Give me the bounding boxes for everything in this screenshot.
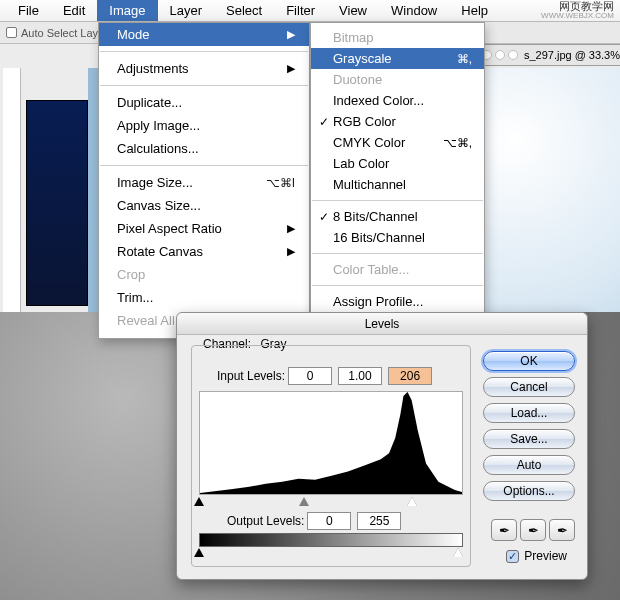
auto-select-layer-label: Auto Select Layer xyxy=(21,27,108,39)
auto-select-layer-checkbox[interactable] xyxy=(6,27,17,38)
menu-canvas-size[interactable]: Canvas Size... xyxy=(99,194,309,217)
options-button[interactable]: Options... xyxy=(483,481,575,501)
cancel-button[interactable]: Cancel xyxy=(483,377,575,397)
output-low-field[interactable]: 0 xyxy=(307,512,351,530)
dialog-buttons: OK Cancel Load... Save... Auto Options..… xyxy=(483,351,575,501)
menu-duplicate[interactable]: Duplicate... xyxy=(99,91,309,114)
input-levels-row: Input Levels: 0 1.00 206 xyxy=(217,367,435,385)
auto-button[interactable]: Auto xyxy=(483,455,575,475)
mode-color-table: Color Table... xyxy=(311,259,484,280)
preview-label: Preview xyxy=(524,549,567,563)
dialog-title: Levels xyxy=(177,313,587,335)
eyedropper-black-icon[interactable]: ✒ xyxy=(491,519,517,541)
input-black-handle[interactable] xyxy=(194,497,204,506)
mode-multichannel[interactable]: Multichannel xyxy=(311,174,484,195)
output-black-handle[interactable] xyxy=(194,548,204,557)
chevron-right-icon: ▶ xyxy=(287,222,295,235)
menu-help[interactable]: Help xyxy=(449,0,500,21)
mode-cmyk[interactable]: CMYK Color⌥⌘, xyxy=(311,132,484,153)
input-slider[interactable] xyxy=(199,497,463,509)
output-high-field[interactable]: 255 xyxy=(357,512,401,530)
mode-assign-profile[interactable]: Assign Profile... xyxy=(311,291,484,312)
eyedropper-white-icon[interactable]: ✒ xyxy=(549,519,575,541)
mode-bitmap: Bitmap xyxy=(311,27,484,48)
doc-name: s_297.jpg xyxy=(524,49,572,61)
mode-indexed[interactable]: Indexed Color... xyxy=(311,90,484,111)
menu-select[interactable]: Select xyxy=(214,0,274,21)
menu-trim[interactable]: Trim... xyxy=(99,286,309,309)
mode-16bit[interactable]: 16 Bits/Channel xyxy=(311,227,484,248)
output-white-handle[interactable] xyxy=(453,548,463,557)
menu-image[interactable]: Image xyxy=(97,0,157,21)
ok-button[interactable]: OK xyxy=(483,351,575,371)
mode-lab[interactable]: Lab Color xyxy=(311,153,484,174)
output-levels-row: Output Levels: 0 255 xyxy=(227,512,404,530)
traffic-dot[interactable] xyxy=(508,50,518,60)
preview-row: ✓ Preview xyxy=(506,549,567,563)
histogram xyxy=(199,391,463,495)
levels-dialog: Levels Channel: Gray Input Levels: 0 1.0… xyxy=(176,312,588,580)
preview-checkbox[interactable]: ✓ xyxy=(506,550,519,563)
eyedropper-tools: ✒ ✒ ✒ xyxy=(491,519,575,541)
menubar: File Edit Image Layer Select Filter View… xyxy=(0,0,620,22)
input-low-field[interactable]: 0 xyxy=(288,367,332,385)
dark-image-thumb xyxy=(26,100,88,306)
output-slider[interactable] xyxy=(199,548,463,560)
menu-pixel-aspect[interactable]: Pixel Aspect Ratio▶ xyxy=(99,217,309,240)
load-button[interactable]: Load... xyxy=(483,403,575,423)
chevron-right-icon: ▶ xyxy=(287,28,295,41)
input-high-field[interactable]: 206 xyxy=(388,367,432,385)
mode-duotone: Duotone xyxy=(311,69,484,90)
menu-file[interactable]: File xyxy=(6,0,51,21)
chevron-right-icon: ▶ xyxy=(287,62,295,75)
menu-adjustments[interactable]: Adjustments▶ xyxy=(99,57,309,80)
document-tab[interactable]: s_297.jpg @ 33.3% xyxy=(478,44,620,66)
menu-image-size[interactable]: Image Size...⌥⌘I xyxy=(99,171,309,194)
check-icon: ✓ xyxy=(319,210,333,224)
menu-edit[interactable]: Edit xyxy=(51,0,97,21)
traffic-dot[interactable] xyxy=(495,50,505,60)
save-button[interactable]: Save... xyxy=(483,429,575,449)
brand-sub: WWW.WEBJX.COM xyxy=(541,12,614,20)
menu-filter[interactable]: Filter xyxy=(274,0,327,21)
menu-calculations[interactable]: Calculations... xyxy=(99,137,309,160)
menu-window[interactable]: Window xyxy=(379,0,449,21)
output-gradient xyxy=(199,533,463,547)
mode-grayscale[interactable]: Grayscale⌘, xyxy=(311,48,484,69)
mode-submenu: Bitmap Grayscale⌘, Duotone Indexed Color… xyxy=(310,22,485,319)
menu-layer[interactable]: Layer xyxy=(158,0,215,21)
menu-view[interactable]: View xyxy=(327,0,379,21)
input-white-handle[interactable] xyxy=(407,497,417,506)
input-mid-field[interactable]: 1.00 xyxy=(338,367,382,385)
menu-crop: Crop xyxy=(99,263,309,286)
brand-logo: 网页教学网 WWW.WEBJX.COM xyxy=(541,1,614,20)
chevron-right-icon: ▶ xyxy=(287,245,295,258)
input-gray-handle[interactable] xyxy=(299,497,309,506)
menu-mode[interactable]: Mode▶ xyxy=(99,23,309,46)
mode-rgb[interactable]: ✓RGB Color xyxy=(311,111,484,132)
mode-8bit[interactable]: ✓8 Bits/Channel xyxy=(311,206,484,227)
menu-apply-image[interactable]: Apply Image... xyxy=(99,114,309,137)
doc-zoom: 33.3% xyxy=(589,49,620,61)
menu-rotate-canvas[interactable]: Rotate Canvas▶ xyxy=(99,240,309,263)
image-menu-dropdown: Mode▶ Adjustments▶ Duplicate... Apply Im… xyxy=(98,22,310,339)
check-icon: ✓ xyxy=(319,115,333,129)
eyedropper-gray-icon[interactable]: ✒ xyxy=(520,519,546,541)
